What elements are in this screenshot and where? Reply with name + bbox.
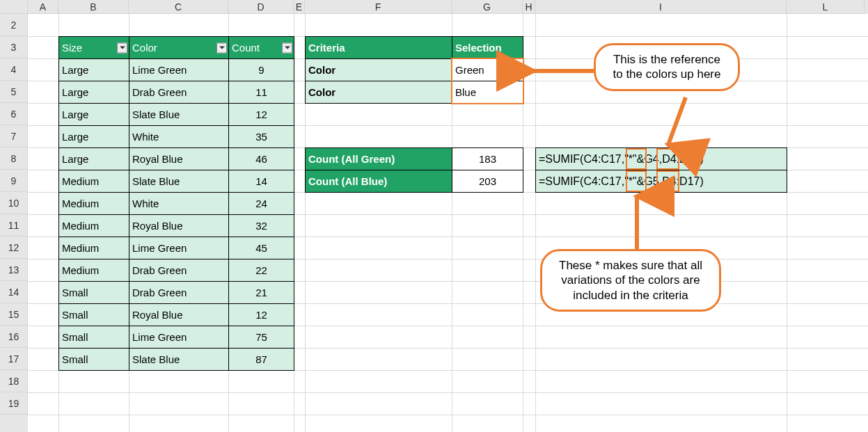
- row-header-16[interactable]: 16: [0, 326, 28, 348]
- cell-F9[interactable]: Count (All Blue): [305, 170, 452, 193]
- cell-B10[interactable]: Medium: [58, 192, 129, 215]
- cell-C11[interactable]: Royal Blue: [129, 214, 229, 237]
- cell-B6[interactable]: Large: [58, 103, 129, 126]
- cell-I9-formula[interactable]: =SUMIF(C4:C17,"*"&G5,D4:D17): [535, 170, 787, 193]
- col-header-D[interactable]: D: [228, 0, 294, 14]
- col-header-C[interactable]: C: [129, 0, 228, 14]
- cell-C17[interactable]: Slate Blue: [129, 348, 229, 371]
- callout-reference: This is the reference to the colors up h…: [594, 43, 740, 91]
- cell-G5[interactable]: Blue: [452, 81, 523, 104]
- arrow-to-selection: [524, 63, 594, 90]
- cell-D3-header-count[interactable]: Count: [228, 36, 294, 59]
- cell-C9[interactable]: Slate Blue: [129, 170, 229, 193]
- filter-dropdown-icon[interactable]: [216, 42, 227, 53]
- cell-B12[interactable]: Medium: [58, 237, 129, 259]
- spreadsheet-view: A B C D E F G H I L 2 3 4 5 6 7 8 9 10 1…: [0, 0, 868, 432]
- cell-C13[interactable]: Drab Green: [129, 259, 229, 282]
- row-header-17[interactable]: 17: [0, 348, 28, 370]
- svg-line-1: [668, 97, 686, 145]
- cell-G9[interactable]: 203: [452, 170, 523, 193]
- row-header-11[interactable]: 11: [0, 214, 28, 237]
- select-all-corner[interactable]: [0, 0, 28, 14]
- cell-B4[interactable]: Large: [58, 58, 129, 81]
- row-header-12[interactable]: 12: [0, 237, 28, 259]
- cell-B7[interactable]: Large: [58, 125, 129, 148]
- cell-D11[interactable]: 32: [228, 214, 294, 237]
- col-header-E[interactable]: E: [294, 0, 305, 14]
- cell-D15[interactable]: 12: [228, 303, 294, 326]
- cell-C15[interactable]: Royal Blue: [129, 303, 229, 326]
- cell-B13[interactable]: Medium: [58, 259, 129, 282]
- cell-G3-header-selection[interactable]: Selection: [452, 36, 523, 59]
- cell-C6[interactable]: Slate Blue: [129, 103, 229, 126]
- cell-D13[interactable]: 22: [228, 259, 294, 282]
- cell-D9[interactable]: 14: [228, 170, 294, 193]
- cell-B8[interactable]: Large: [58, 147, 129, 170]
- grid-area[interactable]: Size Color Count Large Lime Green 9 Larg…: [28, 14, 868, 432]
- cell-B9[interactable]: Medium: [58, 170, 129, 193]
- cell-D17[interactable]: 87: [228, 348, 294, 371]
- cell-D6[interactable]: 12: [228, 103, 294, 126]
- row-header-19[interactable]: 19: [0, 392, 28, 415]
- cell-F4[interactable]: Color: [305, 58, 452, 81]
- cell-F8[interactable]: Count (All Green): [305, 147, 452, 170]
- row-header-15[interactable]: 15: [0, 303, 28, 326]
- cell-B17[interactable]: Small: [58, 348, 129, 371]
- row-header-13[interactable]: 13: [0, 259, 28, 281]
- cell-D4[interactable]: 9: [228, 58, 294, 81]
- cell-C4[interactable]: Lime Green: [129, 58, 229, 81]
- col-header-B[interactable]: B: [58, 0, 129, 14]
- cell-D14[interactable]: 21: [228, 281, 294, 304]
- cell-B16[interactable]: Small: [58, 326, 129, 349]
- cell-C8[interactable]: Royal Blue: [129, 147, 229, 170]
- cell-B14[interactable]: Small: [58, 281, 129, 304]
- row-header-6[interactable]: 6: [0, 103, 28, 125]
- header-label: Size: [62, 42, 82, 54]
- row-header-3[interactable]: 3: [0, 36, 28, 58]
- row-header-2[interactable]: 2: [0, 14, 28, 36]
- cell-C5[interactable]: Drab Green: [129, 81, 229, 104]
- cell-B15[interactable]: Small: [58, 303, 129, 326]
- callout-asterisk: These * makes sure that all variations o…: [540, 249, 721, 312]
- col-header-I[interactable]: I: [535, 0, 787, 14]
- row-header-10[interactable]: 10: [0, 192, 28, 214]
- cell-D5[interactable]: 11: [228, 81, 294, 104]
- col-header-A[interactable]: A: [28, 0, 58, 14]
- cell-G8[interactable]: 183: [452, 147, 523, 170]
- cell-G4[interactable]: Green: [452, 58, 523, 81]
- cell-B5[interactable]: Large: [58, 81, 129, 104]
- row-header-7[interactable]: 7: [0, 125, 28, 147]
- cell-C12[interactable]: Lime Green: [129, 237, 229, 259]
- col-header-F[interactable]: F: [305, 0, 452, 14]
- row-header-5[interactable]: 5: [0, 81, 28, 103]
- cell-D8[interactable]: 46: [228, 147, 294, 170]
- cell-D12[interactable]: 45: [228, 237, 294, 259]
- col-header-G[interactable]: G: [452, 0, 523, 14]
- column-headers: A B C D E F G H I L: [0, 0, 868, 14]
- cell-D16[interactable]: 75: [228, 326, 294, 349]
- filter-dropdown-icon[interactable]: [117, 42, 127, 53]
- row-header-8[interactable]: 8: [0, 147, 28, 170]
- header-label: Color: [132, 42, 157, 54]
- row-header-14[interactable]: 14: [0, 281, 28, 303]
- cell-C7[interactable]: White: [129, 125, 229, 148]
- cell-B3-header-size[interactable]: Size: [58, 36, 129, 59]
- row-headers: 2 3 4 5 6 7 8 9 10 11 12 13 14 15 16 17 …: [0, 14, 28, 432]
- cell-C3-header-color[interactable]: Color: [129, 36, 229, 59]
- cell-F5[interactable]: Color: [305, 81, 452, 104]
- col-header-L[interactable]: L: [787, 0, 865, 14]
- header-label: Count: [232, 42, 260, 54]
- cell-C14[interactable]: Drab Green: [129, 281, 229, 304]
- col-header-H[interactable]: H: [523, 0, 535, 14]
- cell-C10[interactable]: White: [129, 192, 229, 215]
- filter-dropdown-icon[interactable]: [282, 42, 292, 53]
- cell-F3-header-criteria[interactable]: Criteria: [305, 36, 452, 59]
- row-header-4[interactable]: 4: [0, 58, 28, 81]
- cell-D10[interactable]: 24: [228, 192, 294, 215]
- cell-D7[interactable]: 35: [228, 125, 294, 148]
- cell-B11[interactable]: Medium: [58, 214, 129, 237]
- cell-I8-formula[interactable]: =SUMIF(C4:C17,"*"&G4,D4:D17): [535, 147, 787, 170]
- row-header-9[interactable]: 9: [0, 170, 28, 192]
- cell-C16[interactable]: Lime Green: [129, 326, 229, 349]
- row-header-18[interactable]: 18: [0, 370, 28, 392]
